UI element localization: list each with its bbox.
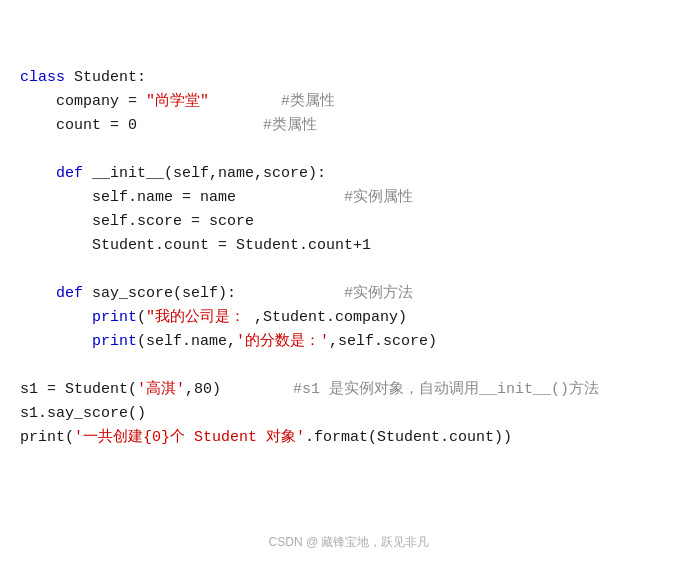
code-token-str: '一共创建{0}个 Student 对象' [74,429,305,446]
code-token-normal: Student.count = Student.count+1 [20,237,371,254]
code-token-normal: s1 = Student( [20,381,137,398]
code-token-kw: def [56,285,83,302]
code-token-normal: ,self.score) [329,333,437,350]
code-token-normal: (self.name, [137,333,236,350]
code-token-comment: #类属性 [263,117,317,134]
code-line: def say_score(self): #实例方法 [20,282,678,306]
code-block: class Student: company = "尚学堂" #类属性 coun… [20,18,678,450]
code-token-normal [20,165,56,182]
code-token-normal [20,333,92,350]
code-line: print(self.name,'的分数是：',self.score) [20,330,678,354]
code-token-normal [209,93,281,110]
code-line: self.name = name #实例属性 [20,186,678,210]
code-token-comment: #实例属性 [344,189,413,206]
code-token-str: '高淇' [137,381,185,398]
code-token-normal: Student: [65,69,146,86]
code-token-normal [20,309,92,326]
code-token-normal: s1.say_score() [20,405,146,422]
code-line: count = 0 #类属性 [20,114,678,138]
code-token-normal: ,Student.company) [245,309,407,326]
code-line: print('一共创建{0}个 Student 对象'.format(Stude… [20,426,678,450]
watermark-text: CSDN @ 藏锋宝地，跃见非凡 [269,533,430,552]
code-token-comment: #实例方法 [344,285,413,302]
code-token-str: "我的公司是： [146,309,245,326]
code-token-kw: print [92,309,137,326]
code-token-normal: ,80) [185,381,293,398]
code-token-str: "尚学堂" [146,93,209,110]
code-line: self.score = score [20,210,678,234]
code-token-normal: say_score(self): [83,285,344,302]
code-token-normal: self.name = name [20,189,344,206]
code-token-comment: #s1 是实例对象，自动调用__init__()方法 [293,381,599,398]
code-line: Student.count = Student.count+1 [20,234,678,258]
code-token-normal: ( [137,309,146,326]
code-token-kw: print [92,333,137,350]
code-token-normal: self.score = score [20,213,254,230]
code-token-normal: count = 0 [20,117,263,134]
code-line: class Student: [20,66,678,90]
code-token-normal: __init__(self,name,score): [83,165,326,182]
code-token-normal: .format(Student.count)) [305,429,512,446]
code-line: s1.say_score() [20,402,678,426]
code-token-normal: print( [20,429,74,446]
code-token-kw: def [56,165,83,182]
code-token-str: '的分数是：' [236,333,329,350]
code-line: print("我的公司是： ,Student.company) [20,306,678,330]
code-line: def __init__(self,name,score): [20,162,678,186]
code-token-normal [20,285,56,302]
code-token-comment: #类属性 [281,93,335,110]
code-line: s1 = Student('高淇',80) #s1 是实例对象，自动调用__in… [20,378,678,402]
code-token-normal: company = [20,93,146,110]
code-line: company = "尚学堂" #类属性 [20,90,678,114]
code-token-kw: class [20,69,65,86]
